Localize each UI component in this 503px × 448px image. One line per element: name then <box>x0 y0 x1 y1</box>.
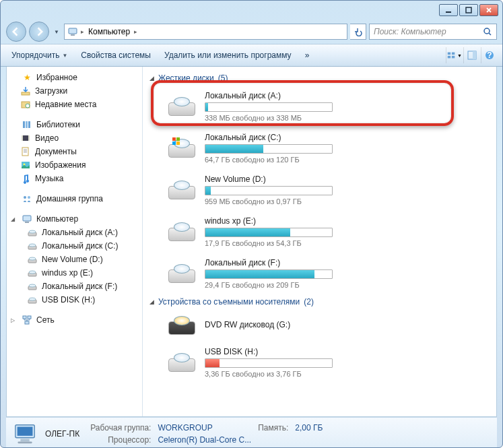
sidebar-homegroup[interactable]: Домашняя группа <box>7 192 142 205</box>
svg-rect-20 <box>22 135 23 141</box>
workgroup-label: Рабочая группа: <box>90 423 151 433</box>
video-icon <box>20 133 31 143</box>
search-input[interactable]: Поиск: Компьютер <box>369 24 497 40</box>
svg-point-30 <box>29 230 36 233</box>
drive-name: DVD RW дисковод (G:) <box>205 320 487 329</box>
sidebar-drive-e[interactable]: windus xp (E:) <box>7 266 142 280</box>
hard-drive-icon <box>168 263 195 284</box>
libraries-icon <box>22 119 32 130</box>
svg-rect-18 <box>28 121 30 128</box>
collapse-icon[interactable]: ◢ <box>11 216 18 222</box>
drive-free-text: 17,9 ГБ свободно из 54,3 ГБ <box>205 239 487 247</box>
pictures-icon <box>20 160 31 170</box>
drive-item[interactable]: New Volume (D:)959 МБ свободно из 0,97 Г… <box>149 169 490 211</box>
sidebar-computer[interactable]: ◢Компьютер <box>7 212 142 226</box>
svg-rect-51 <box>18 441 32 443</box>
drive-name: Локальный диск (C:) <box>205 133 487 142</box>
expand-icon[interactable]: ▷ <box>11 317 18 323</box>
group-removable[interactable]: ◢ Устройства со съемными носителями (2) <box>149 294 490 309</box>
drive-item[interactable]: Локальный диск (C:)64,7 ГБ свободно из 1… <box>149 127 490 169</box>
sidebar-drive-a[interactable]: Локальный диск (A:) <box>7 226 142 239</box>
memory-value: 2,00 ГБ <box>295 423 323 433</box>
system-properties-button[interactable]: Свойства системы <box>75 48 156 63</box>
cpu-label: Процессор: <box>90 435 151 445</box>
svg-rect-28 <box>25 222 29 223</box>
maximize-button[interactable] <box>459 4 478 16</box>
svg-rect-17 <box>26 121 28 128</box>
hard-drive-icon <box>168 221 195 243</box>
history-dropdown[interactable]: ▼ <box>52 26 61 38</box>
svg-point-25 <box>24 196 26 199</box>
chevron-right-icon: ▸ <box>134 28 137 35</box>
drive-usage-bar <box>205 186 333 195</box>
svg-point-32 <box>29 244 36 247</box>
close-button[interactable] <box>479 4 498 16</box>
svg-rect-41 <box>23 316 26 319</box>
hard-drive-icon <box>168 352 195 373</box>
dvd-drive-icon <box>168 315 195 336</box>
sidebar-documents[interactable]: Документы <box>7 145 142 158</box>
svg-rect-22 <box>22 148 28 156</box>
svg-rect-46 <box>172 141 176 145</box>
drive-item[interactable]: DVD RW дисковод (G:) <box>149 309 490 342</box>
drive-item[interactable]: Локальный диск (F:)29,4 ГБ свободно из 2… <box>149 253 490 294</box>
search-placeholder: Поиск: Компьютер <box>374 27 446 36</box>
chevron-down-icon: ▼ <box>62 53 67 59</box>
drive-usage-bar <box>205 269 333 279</box>
svg-rect-7 <box>448 56 450 59</box>
titlebar <box>1 1 502 20</box>
computer-icon <box>67 26 78 37</box>
organize-button[interactable]: Упорядочить▼ <box>6 48 73 63</box>
breadcrumb-computer[interactable]: Компьютер <box>87 27 131 36</box>
drive-free-text: 959 МБ свободно из 0,97 ГБ <box>205 197 487 205</box>
sidebar-favorites[interactable]: ★Избранное <box>7 71 142 84</box>
svg-rect-13 <box>22 92 30 95</box>
drive-usage-bar <box>205 228 333 237</box>
sidebar-libraries[interactable]: Библиотеки <box>7 118 142 131</box>
drive-usage-bar <box>205 358 333 368</box>
group-hard-drives[interactable]: ◢ Жесткие диски (5) <box>149 71 490 86</box>
svg-rect-44 <box>172 137 176 141</box>
drive-item[interactable]: USB DISK (H:)3,36 ГБ свободно из 3,76 ГБ <box>149 342 490 383</box>
downloads-icon <box>20 86 31 96</box>
homegroup-icon <box>22 193 32 204</box>
sidebar-music[interactable]: Музыка <box>7 172 142 185</box>
svg-point-34 <box>29 257 36 260</box>
refresh-button[interactable] <box>350 24 366 40</box>
uninstall-program-button[interactable]: Удалить или изменить программу <box>159 48 297 63</box>
drive-item[interactable]: windus xp (E:)17,9 ГБ свободно из 54,3 Г… <box>149 211 490 253</box>
sidebar-downloads[interactable]: Загрузки <box>7 84 142 98</box>
forward-button[interactable] <box>29 22 49 42</box>
sidebar-drive-h[interactable]: USB DISK (H:) <box>7 293 142 307</box>
hard-drive-icon <box>168 96 195 117</box>
address-bar[interactable]: ▸ Компьютер ▸ <box>64 24 347 40</box>
drive-icon <box>27 254 38 265</box>
hard-drive-icon <box>168 137 195 159</box>
sidebar-drive-d[interactable]: New Volume (D:) <box>7 253 142 266</box>
drive-item[interactable]: Локальный диск (A:)338 МБ свободно из 33… <box>149 86 490 127</box>
sidebar-videos[interactable]: Видео <box>7 131 142 145</box>
sidebar-recent[interactable]: Недавние места <box>7 98 142 111</box>
svg-rect-43 <box>25 321 29 324</box>
svg-point-26 <box>28 196 30 199</box>
drive-usage-bar <box>205 102 333 112</box>
sidebar-pictures[interactable]: Изображения <box>7 158 142 172</box>
minimize-button[interactable] <box>439 4 458 16</box>
workgroup-value: WORKGROUP <box>158 423 251 433</box>
collapse-icon: ◢ <box>149 75 154 82</box>
music-icon <box>20 173 31 184</box>
drive-name: windus xp (E:) <box>205 216 487 226</box>
view-mode-button[interactable]: ▼ <box>446 47 462 63</box>
toolbar-overflow-button[interactable]: » <box>300 48 315 63</box>
sidebar-drive-f[interactable]: Локальный диск (F:) <box>7 280 142 293</box>
sidebar-drive-c[interactable]: Локальный диск (C:) <box>7 239 142 253</box>
preview-pane-button[interactable] <box>463 47 479 63</box>
help-button[interactable]: ? <box>481 47 497 63</box>
star-icon: ★ <box>22 72 32 83</box>
svg-point-40 <box>29 298 36 300</box>
svg-rect-5 <box>448 53 450 55</box>
back-button[interactable] <box>6 22 26 42</box>
sidebar-network[interactable]: ▷Сеть <box>7 313 142 327</box>
svg-point-36 <box>29 271 36 274</box>
chevron-right-icon: ▸ <box>81 28 84 35</box>
